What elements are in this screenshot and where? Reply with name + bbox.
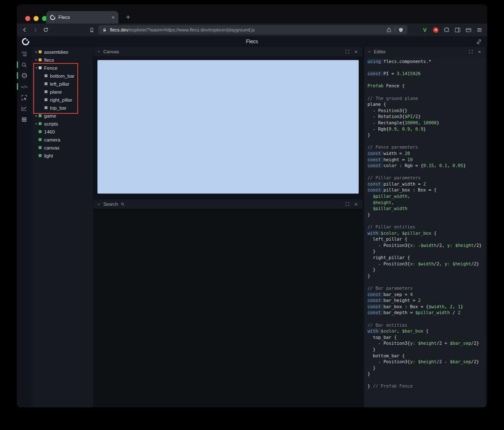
url-text: flecs.dev/explorer/?wasm=https://www.fle… bbox=[110, 27, 383, 32]
sidebar-toggle-icon[interactable] bbox=[454, 26, 461, 34]
code-line: } bbox=[368, 248, 483, 254]
extension-icons: V bbox=[421, 26, 483, 34]
code-line: - Position3{y: $height/2 - $bar_sep/2} bbox=[368, 359, 483, 365]
close-icon[interactable]: × bbox=[353, 49, 359, 55]
code-line bbox=[368, 316, 483, 322]
new-tab-button[interactable]: + bbox=[123, 13, 133, 22]
code-line bbox=[368, 218, 483, 224]
3d-canvas[interactable] bbox=[97, 60, 359, 194]
tree-item-scripts[interactable]: ▸scripts bbox=[32, 120, 93, 128]
tree-item-game[interactable]: ▸game bbox=[32, 112, 93, 120]
code-line: $height, bbox=[368, 199, 483, 206]
close-icon[interactable]: × bbox=[476, 49, 483, 55]
tree-item-label: left_pillar bbox=[50, 81, 69, 87]
tree-item-light[interactable]: light bbox=[32, 152, 93, 160]
tree-item-camera[interactable]: camera bbox=[32, 136, 93, 144]
tree-collapsed-arrow-icon[interactable]: ▸ bbox=[34, 50, 39, 54]
tab-close-icon[interactable]: × bbox=[111, 15, 115, 20]
flecs-favicon bbox=[50, 15, 55, 20]
search-results-area bbox=[94, 209, 362, 407]
app-header: Flecs bbox=[17, 36, 487, 47]
code-line: const PI = 3.1415926 bbox=[368, 71, 483, 77]
close-window-button[interactable] bbox=[25, 16, 30, 21]
tree-item-label: assemblies bbox=[44, 50, 68, 55]
tree-item-top_bar[interactable]: top_bar bbox=[32, 104, 93, 112]
code-line: } bbox=[368, 346, 483, 353]
collapse-caret-icon[interactable] bbox=[97, 50, 101, 54]
tree-icon[interactable] bbox=[17, 48, 32, 59]
menu-icon[interactable] bbox=[476, 26, 483, 34]
code-line: } bbox=[368, 371, 483, 377]
entity-color-square bbox=[45, 74, 47, 77]
rows-icon[interactable] bbox=[17, 114, 32, 125]
code-line: const bar_sep = 4 bbox=[368, 291, 483, 298]
tree-collapsed-arrow-icon[interactable]: ▸ bbox=[34, 58, 39, 62]
entity-color-square bbox=[39, 50, 42, 53]
tree-item-canvas[interactable]: canvas bbox=[32, 144, 93, 152]
tree-item-bottom_bar[interactable]: bottom_bar bbox=[32, 72, 93, 80]
browser-tab[interactable]: Flecs × bbox=[46, 11, 118, 24]
code-icon[interactable]: </> bbox=[17, 81, 32, 92]
collapse-caret-icon[interactable] bbox=[97, 202, 101, 206]
entity-color-square bbox=[45, 98, 47, 101]
collapse-caret-icon[interactable] bbox=[368, 50, 371, 54]
expand-icon[interactable] bbox=[344, 50, 350, 54]
tree-item-label: canvas bbox=[44, 145, 59, 150]
tab-title: Flecs bbox=[58, 15, 108, 20]
puzzle-extensions-icon[interactable] bbox=[443, 26, 450, 34]
tree-item-right_pillar[interactable]: right_pillar bbox=[32, 96, 93, 104]
tree-item-left_pillar[interactable]: left_pillar bbox=[32, 80, 93, 88]
expand-icon[interactable] bbox=[344, 202, 350, 206]
code-line: } bbox=[368, 365, 483, 371]
code-line: // Pillar entities bbox=[368, 224, 483, 230]
tree-item-plane[interactable]: plane bbox=[32, 88, 93, 96]
share-icon[interactable] bbox=[386, 27, 392, 33]
wallet-icon[interactable] bbox=[465, 26, 472, 34]
code-line: Prefab Fence { bbox=[368, 83, 483, 89]
chart-icon[interactable] bbox=[17, 103, 32, 114]
code-line: - Rotation3{$PI/2} bbox=[368, 113, 483, 120]
tree-item-assemblies[interactable]: ▸assemblies bbox=[32, 48, 93, 56]
entity-color-square bbox=[39, 154, 42, 157]
reload-button[interactable] bbox=[42, 26, 50, 34]
code-line bbox=[368, 377, 483, 383]
tree-item-label: plane bbox=[50, 89, 62, 94]
red-dot-extension-icon[interactable] bbox=[432, 26, 439, 34]
bookmark-icon[interactable] bbox=[88, 26, 95, 34]
code-editor[interactable]: using flecs.components.* const PI = 3.14… bbox=[364, 56, 486, 407]
inspect-icon[interactable] bbox=[17, 92, 32, 103]
close-icon[interactable]: × bbox=[353, 202, 359, 207]
entity-color-square bbox=[39, 130, 42, 133]
entity-color-square bbox=[39, 122, 42, 125]
address-bar[interactable]: flecs.dev/explorer/?wasm=https://www.fle… bbox=[98, 25, 407, 34]
expand-icon[interactable] bbox=[467, 50, 474, 54]
shield-icon[interactable] bbox=[398, 27, 404, 33]
canvas-panel-title: Canvas bbox=[103, 49, 119, 54]
scene-icon[interactable] bbox=[17, 70, 32, 81]
tree-item-label: scripts bbox=[44, 121, 58, 126]
back-button[interactable] bbox=[21, 26, 29, 34]
tree-item-label: light bbox=[44, 153, 53, 158]
v-extension-icon[interactable]: V bbox=[421, 26, 428, 34]
app-body: </> ▸assemblies▸flecs▾Fencebottom_barlef… bbox=[17, 47, 487, 407]
tree-item-Fence[interactable]: ▾Fence bbox=[32, 64, 93, 72]
tree-item-flecs[interactable]: ▸flecs bbox=[32, 56, 93, 64]
code-line: - Position3{x: $width/2, y: $height/2} bbox=[368, 261, 483, 267]
tree-collapsed-arrow-icon[interactable]: ▸ bbox=[34, 114, 39, 118]
minimize-window-button[interactable] bbox=[34, 16, 39, 21]
forward-button[interactable] bbox=[32, 26, 39, 34]
tree-item-1460[interactable]: 1460 bbox=[32, 128, 93, 136]
tree-expanded-arrow-icon[interactable]: ▾ bbox=[34, 66, 39, 70]
editor-panel-title: Editor bbox=[374, 49, 386, 54]
code-line bbox=[368, 169, 483, 175]
code-line: const height = 10 bbox=[368, 157, 483, 163]
tab-strip: Flecs × + bbox=[17, 4, 487, 24]
search-icon[interactable] bbox=[17, 59, 32, 70]
code-line: } bbox=[368, 273, 483, 279]
entity-tree-items: ▸assemblies▸flecs▾Fencebottom_barleft_pi… bbox=[32, 48, 93, 160]
code-line: with $color, $bar_box { bbox=[368, 328, 483, 334]
editor-panel-header: Editor × bbox=[364, 47, 486, 56]
share-link-icon[interactable] bbox=[476, 39, 482, 45]
code-line bbox=[368, 279, 483, 285]
tree-collapsed-arrow-icon[interactable]: ▸ bbox=[34, 122, 39, 126]
